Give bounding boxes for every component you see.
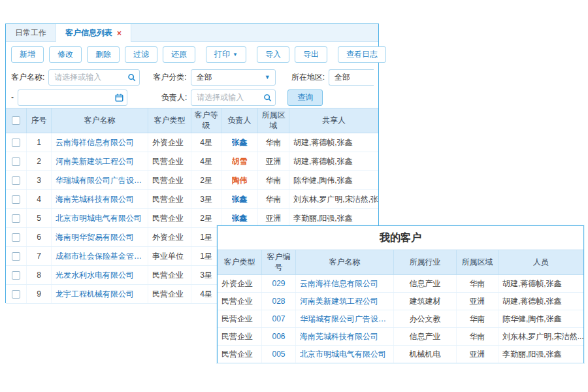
region-cell: 华南	[258, 171, 289, 189]
row-checkbox[interactable]	[12, 290, 20, 299]
print-button-label: 打印	[214, 49, 230, 60]
row-checkbox-cell	[6, 285, 27, 303]
add-button[interactable]: 新增	[11, 46, 44, 63]
add-button-label: 新增	[20, 49, 35, 60]
customer-name-cell: 云南海祥信息有限公司	[296, 275, 394, 292]
customer-type-cell: 民营企业	[218, 328, 262, 345]
date-input-wrap	[18, 90, 127, 106]
region-cell: 亚洲	[258, 152, 289, 171]
customer-name-link[interactable]: 海南芜城科技有限公司	[56, 194, 134, 205]
date-input[interactable]	[18, 90, 127, 105]
row-checkbox[interactable]	[12, 176, 20, 185]
table-row: 民营企业028河南美新建筑工程公司建筑建材亚洲胡建,蒋德帧,张鑫	[218, 293, 583, 310]
my-customers-body: 外资企业029云南海祥信息有限公司信息产业华南胡建,蒋德帧,张鑫民营企业028河…	[218, 275, 583, 363]
delete-button[interactable]: 删除	[87, 46, 120, 63]
category-select[interactable]: 全部 ▼	[191, 69, 276, 86]
row-index: 6	[27, 228, 52, 246]
owner-link[interactable]: 陶伟	[232, 175, 248, 186]
customer-name-cell: 北京市明城电气有限公司	[52, 209, 148, 227]
customer-code-cell: 005	[262, 346, 296, 363]
customer-level-cell: 3星	[191, 190, 221, 208]
customer-name-link[interactable]: 北京市明城电气有限公司	[56, 213, 142, 224]
shared-cell: 刘东林,罗广明,宋洁然,张鑫	[289, 190, 378, 208]
col-header-customer-level: 客户等级	[191, 108, 221, 133]
owner-link[interactable]: 胡雪	[232, 156, 248, 167]
tab-customer-list[interactable]: 客户信息列表 ×	[56, 24, 131, 42]
customer-name-link[interactable]: 光发水利水电有限公司	[56, 270, 134, 281]
customer-type-cell: 民营企业	[148, 285, 191, 303]
row-index: 4	[27, 190, 52, 208]
region-cell: 亚洲	[457, 346, 498, 363]
customer-name-link[interactable]: 云南海祥信息有限公司	[56, 137, 134, 148]
customer-name-link[interactable]: 成都市社会保险基金管理...	[56, 251, 144, 262]
view-log-button-label: 查看日志	[346, 49, 378, 60]
owner-cell: 张鑫	[221, 133, 258, 152]
customer-code-link[interactable]: 007	[272, 314, 285, 323]
customer-name-link[interactable]: 河南美新建筑工程公司	[300, 296, 378, 307]
tab-daily-work[interactable]: 日常工作	[6, 24, 56, 41]
my-customers-header: 客户类型 客户编号 客户名称 所属行业 所属区域 人员	[218, 250, 583, 275]
query-button[interactable]: 查询	[287, 90, 323, 106]
row-checkbox-cell	[6, 228, 27, 246]
col-header-industry: 所属行业	[394, 250, 457, 274]
print-button[interactable]: 打印▼	[206, 46, 246, 63]
customer-name-cell: 海南明华贸易有限公司	[52, 228, 148, 246]
search-icon[interactable]	[263, 93, 272, 102]
row-index: 3	[27, 171, 52, 189]
customer-type-cell: 外资企业	[148, 228, 191, 246]
col-header-customer-code: 客户编号	[262, 250, 296, 274]
owner-link[interactable]: 张鑫	[232, 213, 248, 224]
customer-name-input[interactable]	[49, 70, 139, 85]
col-header-customer-type: 客户类型	[148, 108, 191, 133]
customer-name-filter-label: 客户名称:	[11, 72, 44, 83]
my-customers-title: 我的客户	[218, 226, 583, 250]
export-button[interactable]: 导出	[295, 46, 327, 63]
row-checkbox-cell	[6, 152, 27, 171]
row-checkbox[interactable]	[12, 233, 20, 242]
customer-name-link[interactable]: 云南海祥信息有限公司	[300, 278, 378, 289]
view-log-button[interactable]: 查看日志	[338, 46, 386, 63]
row-checkbox[interactable]	[12, 214, 20, 223]
row-checkbox[interactable]	[12, 139, 20, 147]
customer-level-cell: 4星	[191, 152, 221, 171]
customer-name-link[interactable]: 北京市明城电气有限公司	[300, 349, 386, 360]
customer-name-link[interactable]: 海南芜城科技有限公司	[300, 331, 378, 342]
customer-name-link[interactable]: 海南明华贸易有限公司	[56, 232, 134, 243]
people-cell: 陈华健,陶伟,张鑫	[498, 310, 583, 327]
close-icon[interactable]: ×	[117, 29, 122, 37]
filter-button-label: 过滤	[133, 49, 149, 60]
tab-bar: 日常工作 客户信息列表 ×	[6, 24, 378, 42]
restore-button[interactable]: 还原	[163, 46, 195, 63]
industry-cell: 办公文教	[394, 310, 457, 327]
customer-type-cell: 民营企业	[218, 310, 262, 327]
import-button[interactable]: 导入	[257, 46, 289, 63]
edit-button[interactable]: 修改	[49, 46, 82, 63]
col-header-customer-name: 客户名称	[296, 250, 394, 274]
customer-name-link[interactable]: 河南美新建筑工程公司	[56, 156, 134, 167]
customer-name-link[interactable]: 华瑞城有限公司广告设计部	[300, 314, 389, 325]
customer-level-cell: 2星	[191, 171, 221, 189]
customer-name-cell: 光发水利水电有限公司	[52, 266, 148, 284]
row-checkbox-cell	[6, 266, 27, 284]
row-checkbox[interactable]	[12, 157, 20, 166]
customer-code-link[interactable]: 005	[272, 350, 285, 359]
customer-name-link[interactable]: 华瑞城有限公司广告设计部	[56, 175, 144, 186]
region-select[interactable]: 全部	[329, 69, 374, 86]
customer-code-link[interactable]: 006	[272, 332, 285, 341]
customer-type-cell: 民营企业	[148, 152, 191, 171]
customer-name-link[interactable]: 龙宇工程机械有限公司	[56, 289, 134, 300]
owner-link[interactable]: 张鑫	[232, 137, 248, 148]
customer-level-cell: 2星	[191, 209, 221, 227]
filter-button[interactable]: 过滤	[125, 46, 157, 63]
calendar-icon[interactable]	[115, 93, 123, 102]
select-all-checkbox[interactable]	[12, 116, 20, 125]
row-checkbox[interactable]	[12, 195, 20, 204]
customer-code-link[interactable]: 028	[272, 297, 285, 306]
table-row: 民营企业006海南芜城科技有限公司信息产业华南刘东林,罗广明,宋洁然...	[218, 328, 583, 346]
row-checkbox[interactable]	[12, 252, 20, 261]
owner-link[interactable]: 张鑫	[232, 194, 248, 205]
customer-code-link[interactable]: 029	[272, 279, 285, 288]
row-checkbox[interactable]	[12, 271, 20, 280]
owner-input[interactable]	[191, 90, 275, 105]
search-icon[interactable]	[127, 73, 136, 82]
